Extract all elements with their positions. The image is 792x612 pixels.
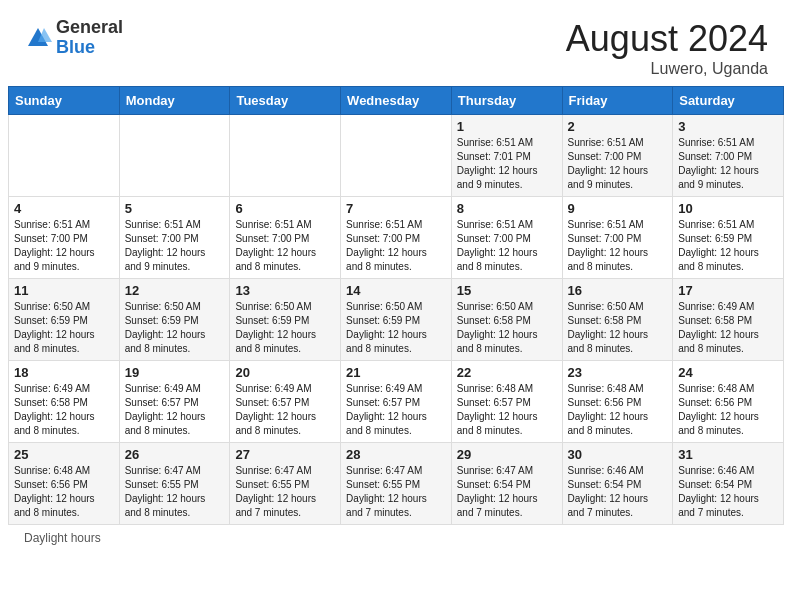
logo: General Blue <box>24 18 123 58</box>
calendar-cell <box>9 115 120 197</box>
calendar-cell: 27Sunrise: 6:47 AM Sunset: 6:55 PM Dayli… <box>230 443 341 525</box>
calendar-cell: 10Sunrise: 6:51 AM Sunset: 6:59 PM Dayli… <box>673 197 784 279</box>
calendar-cell: 20Sunrise: 6:49 AM Sunset: 6:57 PM Dayli… <box>230 361 341 443</box>
day-number: 21 <box>346 365 446 380</box>
title-block: August 2024 Luwero, Uganda <box>566 18 768 78</box>
calendar-cell: 19Sunrise: 6:49 AM Sunset: 6:57 PM Dayli… <box>119 361 230 443</box>
day-info: Sunrise: 6:49 AM Sunset: 6:57 PM Dayligh… <box>125 382 225 438</box>
calendar-cell <box>341 115 452 197</box>
day-info: Sunrise: 6:48 AM Sunset: 6:57 PM Dayligh… <box>457 382 557 438</box>
calendar-week-row: 4Sunrise: 6:51 AM Sunset: 7:00 PM Daylig… <box>9 197 784 279</box>
calendar-cell <box>230 115 341 197</box>
day-number: 15 <box>457 283 557 298</box>
calendar-cell: 26Sunrise: 6:47 AM Sunset: 6:55 PM Dayli… <box>119 443 230 525</box>
calendar-cell: 12Sunrise: 6:50 AM Sunset: 6:59 PM Dayli… <box>119 279 230 361</box>
day-info: Sunrise: 6:51 AM Sunset: 7:00 PM Dayligh… <box>678 136 778 192</box>
day-number: 20 <box>235 365 335 380</box>
day-info: Sunrise: 6:50 AM Sunset: 6:59 PM Dayligh… <box>235 300 335 356</box>
day-info: Sunrise: 6:50 AM Sunset: 6:59 PM Dayligh… <box>346 300 446 356</box>
calendar-day-header: Saturday <box>673 87 784 115</box>
calendar-cell: 7Sunrise: 6:51 AM Sunset: 7:00 PM Daylig… <box>341 197 452 279</box>
day-number: 19 <box>125 365 225 380</box>
calendar-cell: 22Sunrise: 6:48 AM Sunset: 6:57 PM Dayli… <box>451 361 562 443</box>
day-number: 12 <box>125 283 225 298</box>
day-number: 3 <box>678 119 778 134</box>
calendar-week-row: 25Sunrise: 6:48 AM Sunset: 6:56 PM Dayli… <box>9 443 784 525</box>
location-subtitle: Luwero, Uganda <box>566 60 768 78</box>
calendar-day-header: Monday <box>119 87 230 115</box>
day-number: 24 <box>678 365 778 380</box>
day-info: Sunrise: 6:49 AM Sunset: 6:58 PM Dayligh… <box>678 300 778 356</box>
day-number: 8 <box>457 201 557 216</box>
day-info: Sunrise: 6:50 AM Sunset: 6:59 PM Dayligh… <box>14 300 114 356</box>
logo-text: General Blue <box>56 18 123 58</box>
calendar-cell: 9Sunrise: 6:51 AM Sunset: 7:00 PM Daylig… <box>562 197 673 279</box>
day-number: 30 <box>568 447 668 462</box>
day-number: 28 <box>346 447 446 462</box>
calendar-cell: 13Sunrise: 6:50 AM Sunset: 6:59 PM Dayli… <box>230 279 341 361</box>
day-info: Sunrise: 6:50 AM Sunset: 6:58 PM Dayligh… <box>568 300 668 356</box>
day-info: Sunrise: 6:48 AM Sunset: 6:56 PM Dayligh… <box>568 382 668 438</box>
day-number: 11 <box>14 283 114 298</box>
calendar-cell <box>119 115 230 197</box>
calendar-cell: 11Sunrise: 6:50 AM Sunset: 6:59 PM Dayli… <box>9 279 120 361</box>
calendar-cell: 14Sunrise: 6:50 AM Sunset: 6:59 PM Dayli… <box>341 279 452 361</box>
calendar-cell: 18Sunrise: 6:49 AM Sunset: 6:58 PM Dayli… <box>9 361 120 443</box>
day-info: Sunrise: 6:48 AM Sunset: 6:56 PM Dayligh… <box>14 464 114 520</box>
day-number: 2 <box>568 119 668 134</box>
calendar-week-row: 11Sunrise: 6:50 AM Sunset: 6:59 PM Dayli… <box>9 279 784 361</box>
day-info: Sunrise: 6:51 AM Sunset: 7:00 PM Dayligh… <box>235 218 335 274</box>
day-number: 23 <box>568 365 668 380</box>
day-info: Sunrise: 6:50 AM Sunset: 6:58 PM Dayligh… <box>457 300 557 356</box>
daylight-hours-label: Daylight hours <box>24 531 101 545</box>
page-header: General Blue August 2024 Luwero, Uganda <box>0 0 792 86</box>
day-info: Sunrise: 6:51 AM Sunset: 7:00 PM Dayligh… <box>346 218 446 274</box>
day-info: Sunrise: 6:51 AM Sunset: 7:00 PM Dayligh… <box>457 218 557 274</box>
calendar-cell: 23Sunrise: 6:48 AM Sunset: 6:56 PM Dayli… <box>562 361 673 443</box>
calendar-cell: 29Sunrise: 6:47 AM Sunset: 6:54 PM Dayli… <box>451 443 562 525</box>
calendar-cell: 4Sunrise: 6:51 AM Sunset: 7:00 PM Daylig… <box>9 197 120 279</box>
day-number: 4 <box>14 201 114 216</box>
day-number: 17 <box>678 283 778 298</box>
day-info: Sunrise: 6:46 AM Sunset: 6:54 PM Dayligh… <box>568 464 668 520</box>
day-info: Sunrise: 6:49 AM Sunset: 6:58 PM Dayligh… <box>14 382 114 438</box>
calendar-cell: 17Sunrise: 6:49 AM Sunset: 6:58 PM Dayli… <box>673 279 784 361</box>
day-number: 7 <box>346 201 446 216</box>
calendar-week-row: 1Sunrise: 6:51 AM Sunset: 7:01 PM Daylig… <box>9 115 784 197</box>
day-info: Sunrise: 6:51 AM Sunset: 7:00 PM Dayligh… <box>125 218 225 274</box>
day-info: Sunrise: 6:51 AM Sunset: 7:01 PM Dayligh… <box>457 136 557 192</box>
calendar-header-row: SundayMondayTuesdayWednesdayThursdayFrid… <box>9 87 784 115</box>
day-info: Sunrise: 6:49 AM Sunset: 6:57 PM Dayligh… <box>235 382 335 438</box>
logo-general-text: General <box>56 18 123 38</box>
calendar-week-row: 18Sunrise: 6:49 AM Sunset: 6:58 PM Dayli… <box>9 361 784 443</box>
day-info: Sunrise: 6:51 AM Sunset: 7:00 PM Dayligh… <box>14 218 114 274</box>
day-info: Sunrise: 6:47 AM Sunset: 6:55 PM Dayligh… <box>346 464 446 520</box>
day-number: 10 <box>678 201 778 216</box>
logo-icon <box>24 24 52 52</box>
footer: Daylight hours <box>0 525 792 551</box>
day-number: 14 <box>346 283 446 298</box>
calendar-cell: 28Sunrise: 6:47 AM Sunset: 6:55 PM Dayli… <box>341 443 452 525</box>
calendar-day-header: Wednesday <box>341 87 452 115</box>
day-number: 9 <box>568 201 668 216</box>
calendar-cell: 3Sunrise: 6:51 AM Sunset: 7:00 PM Daylig… <box>673 115 784 197</box>
day-info: Sunrise: 6:47 AM Sunset: 6:55 PM Dayligh… <box>235 464 335 520</box>
day-number: 5 <box>125 201 225 216</box>
day-number: 13 <box>235 283 335 298</box>
calendar-day-header: Friday <box>562 87 673 115</box>
calendar-cell: 2Sunrise: 6:51 AM Sunset: 7:00 PM Daylig… <box>562 115 673 197</box>
day-info: Sunrise: 6:49 AM Sunset: 6:57 PM Dayligh… <box>346 382 446 438</box>
calendar-cell: 16Sunrise: 6:50 AM Sunset: 6:58 PM Dayli… <box>562 279 673 361</box>
calendar-cell: 24Sunrise: 6:48 AM Sunset: 6:56 PM Dayli… <box>673 361 784 443</box>
day-number: 16 <box>568 283 668 298</box>
day-info: Sunrise: 6:48 AM Sunset: 6:56 PM Dayligh… <box>678 382 778 438</box>
day-number: 29 <box>457 447 557 462</box>
day-number: 25 <box>14 447 114 462</box>
calendar-day-header: Thursday <box>451 87 562 115</box>
day-info: Sunrise: 6:51 AM Sunset: 7:00 PM Dayligh… <box>568 218 668 274</box>
day-number: 22 <box>457 365 557 380</box>
month-year-title: August 2024 <box>566 18 768 60</box>
calendar-day-header: Tuesday <box>230 87 341 115</box>
calendar-cell: 6Sunrise: 6:51 AM Sunset: 7:00 PM Daylig… <box>230 197 341 279</box>
calendar-cell: 1Sunrise: 6:51 AM Sunset: 7:01 PM Daylig… <box>451 115 562 197</box>
